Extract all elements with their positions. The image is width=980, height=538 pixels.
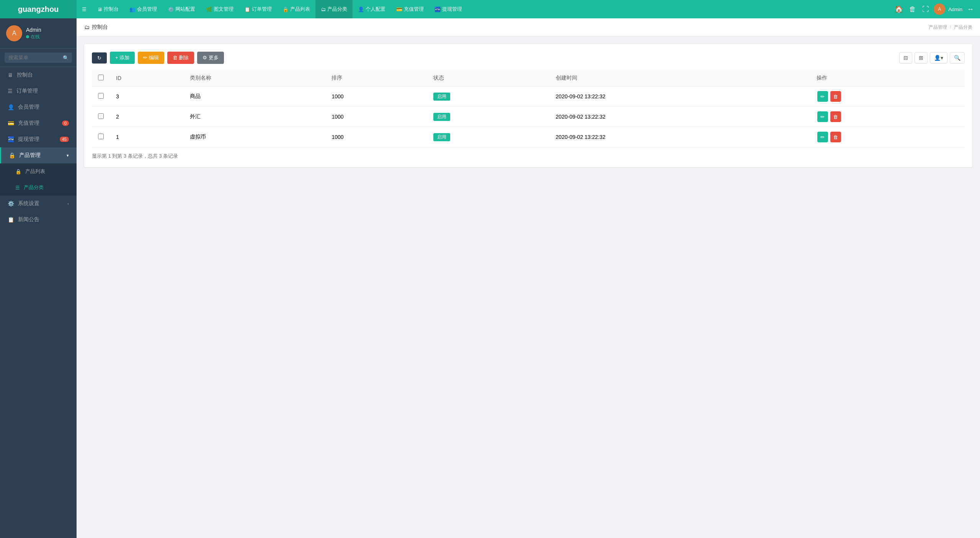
row-created: 2020-09-02 13:22:32 xyxy=(550,107,810,127)
sidebar-item-orders[interactable]: ☰ 订单管理 xyxy=(0,83,77,99)
recharge-icon: 💳 xyxy=(396,7,402,12)
edit-row-button[interactable]: ✏ xyxy=(817,132,828,142)
news-icon: 📋 xyxy=(8,217,14,223)
topnav-category[interactable]: 🗂 产品分类 xyxy=(315,0,353,18)
delete-button[interactable]: 🗑 删除 xyxy=(167,52,194,64)
expand-icon[interactable]: ⛶ xyxy=(921,4,931,15)
sidebar-username: Admin xyxy=(26,27,41,33)
status-badge: 启用 xyxy=(433,113,450,121)
row-checkbox[interactable] xyxy=(98,93,104,99)
add-label: + 添加 xyxy=(115,54,129,61)
row-sort: 1000 xyxy=(325,107,427,127)
category-icon: 🗂 xyxy=(321,7,326,12)
topnav-dashboard[interactable]: 🖥 控制台 xyxy=(92,0,124,18)
recharge-badge: 0 xyxy=(62,121,69,126)
search-button[interactable]: 🔍 xyxy=(950,52,965,64)
more-button[interactable]: ⚙ 更多 xyxy=(197,52,224,64)
breadcrumb-bar: 🗂 控制台 产品管理 / 产品分类 xyxy=(77,18,980,36)
row-checkbox[interactable] xyxy=(98,113,104,119)
select-all-checkbox[interactable] xyxy=(98,75,104,80)
data-table-wrap: ID 类别名称 排序 状态 创建时间 操作 3 商品 1000 xyxy=(92,70,965,147)
breadcrumb-left: 🗂 控制台 xyxy=(84,24,108,31)
delete-row-button[interactable]: 🗑 xyxy=(830,111,841,122)
header-status: 状态 xyxy=(427,70,550,86)
status-label: 在线 xyxy=(31,34,40,40)
refresh-button[interactable]: ↻ xyxy=(92,52,107,64)
system-icon: ⚙️ xyxy=(8,201,14,207)
sidebar-item-dashboard[interactable]: 🖥 控制台 xyxy=(0,67,77,83)
home-icon[interactable]: 🏠 xyxy=(893,3,905,15)
sidebar-item-product-list[interactable]: 🔒 产品列表 xyxy=(0,163,77,179)
topnav-recharge[interactable]: 💳 充值管理 xyxy=(391,0,429,18)
sidebar-user: A Admin 在线 xyxy=(0,18,77,49)
sidebar-orders-label: 订单管理 xyxy=(16,88,38,95)
header-name: 类别名称 xyxy=(184,70,325,86)
topnav-profile-label: 个人配置 xyxy=(366,6,385,13)
topnav-toggle[interactable]: ☰ xyxy=(77,0,92,18)
user-menu-icon[interactable]: ↔ xyxy=(965,4,975,15)
view-grid-button[interactable]: ⊞ xyxy=(915,52,928,64)
sidebar-item-withdraw[interactable]: 🏧 提现管理 45 xyxy=(0,131,77,147)
orders-icon: 📋 xyxy=(244,7,250,12)
edit-button[interactable]: ✏ 编辑 xyxy=(138,52,164,64)
topnav-media[interactable]: 🌿 图文管理 xyxy=(201,0,239,18)
delete-row-button[interactable]: 🗑 xyxy=(830,132,841,142)
columns-button[interactable]: 👤▾ xyxy=(930,52,947,64)
products-arrow-icon: ▾ xyxy=(67,153,69,158)
breadcrumb-right: 产品管理 / 产品分类 xyxy=(929,24,972,31)
withdraw-icon: 🏧 xyxy=(8,136,14,142)
topnav-products[interactable]: 🔒 产品列表 xyxy=(277,0,315,18)
sidebar-search-area: 🔍 xyxy=(0,49,77,67)
edit-row-button[interactable]: ✏ xyxy=(817,91,828,102)
row-sort: 1000 xyxy=(325,127,427,147)
edit-row-button[interactable]: ✏ xyxy=(817,111,828,122)
sidebar-item-recharge[interactable]: 💳 充值管理 0 xyxy=(0,115,77,131)
row-checkbox-cell xyxy=(92,86,110,107)
delete-row-button[interactable]: 🗑 xyxy=(830,91,841,102)
topnav-category-label: 产品分类 xyxy=(327,6,347,13)
search-icon: 🔍 xyxy=(63,55,69,60)
status-badge: 启用 xyxy=(433,93,450,101)
pagination-info: 显示第 1 到第 3 条记录，总共 3 条记录 xyxy=(92,153,178,159)
sidebar: A Admin 在线 🔍 🖥 控制台 ☰ 订单管理 xyxy=(0,18,77,538)
sidebar-item-product-category[interactable]: ☰ 产品分类 xyxy=(0,179,77,196)
sidebar-search-wrap: 🔍 xyxy=(5,52,72,63)
search-input[interactable] xyxy=(5,52,72,63)
sidebar-members-label: 会员管理 xyxy=(18,104,39,111)
topnav-profile[interactable]: 👤 个人配置 xyxy=(353,0,391,18)
header-action: 操作 xyxy=(810,70,965,86)
trash-icon[interactable]: 🗑 xyxy=(908,4,918,15)
row-created: 2020-09-02 13:22:32 xyxy=(550,127,810,147)
orders-icon: ☰ xyxy=(8,88,13,94)
breadcrumb-title: 控制台 xyxy=(92,24,108,31)
topnav-recharge-label: 充值管理 xyxy=(404,6,424,13)
dashboard-icon: 🖥 xyxy=(97,7,102,12)
sidebar-product-list-label: 产品列表 xyxy=(25,168,45,175)
sidebar-item-system[interactable]: ⚙️ 系统设置 ‹ xyxy=(0,196,77,212)
top-nav-menu: ☰ 🖥 控制台 👥 会员管理 ⚙️ 网站配置 🌿 图文管理 📋 订单管理 🔒 产… xyxy=(77,0,889,18)
topnav-site[interactable]: ⚙️ 网站配置 xyxy=(162,0,201,18)
header-created: 创建时间 xyxy=(550,70,810,86)
view-table-button[interactable]: ⊟ xyxy=(899,52,912,64)
product-category-icon: ☰ xyxy=(15,185,20,191)
brand-name: guangzhou xyxy=(18,5,59,14)
table-header-row: ID 类别名称 排序 状态 创建时间 操作 xyxy=(92,70,965,86)
topnav-members[interactable]: 👥 会员管理 xyxy=(124,0,162,18)
status-dot xyxy=(26,35,29,38)
row-checkbox[interactable] xyxy=(98,134,104,139)
top-navigation: guangzhou ☰ 🖥 控制台 👥 会员管理 ⚙️ 网站配置 🌿 图文管理 … xyxy=(0,0,980,18)
sidebar-item-members[interactable]: 👤 会员管理 xyxy=(0,99,77,115)
add-button[interactable]: + 添加 xyxy=(110,52,135,64)
topnav-orders[interactable]: 📋 订单管理 xyxy=(239,0,277,18)
sidebar-dashboard-label: 控制台 xyxy=(17,72,33,78)
toolbar-right: ⊟ ⊞ 👤▾ 🔍 xyxy=(899,52,965,64)
data-table: ID 类别名称 排序 状态 创建时间 操作 3 商品 1000 xyxy=(92,70,965,147)
main-card: ↻ + 添加 ✏ 编辑 🗑 删除 ⚙ 更多 ⊟ xyxy=(84,44,972,167)
topnav-site-label: 网站配置 xyxy=(175,6,195,13)
sidebar-item-products[interactable]: 🔒 产品管理 ▾ xyxy=(0,147,77,163)
content-area: ↻ + 添加 ✏ 编辑 🗑 删除 ⚙ 更多 ⊟ xyxy=(77,36,980,538)
menu-icon: ☰ xyxy=(82,7,87,12)
sidebar-item-news[interactable]: 📋 新闻公告 xyxy=(0,212,77,228)
topnav-withdraw[interactable]: 🏧 提现管理 xyxy=(429,0,467,18)
breadcrumb-link-products[interactable]: 产品管理 xyxy=(929,24,947,30)
